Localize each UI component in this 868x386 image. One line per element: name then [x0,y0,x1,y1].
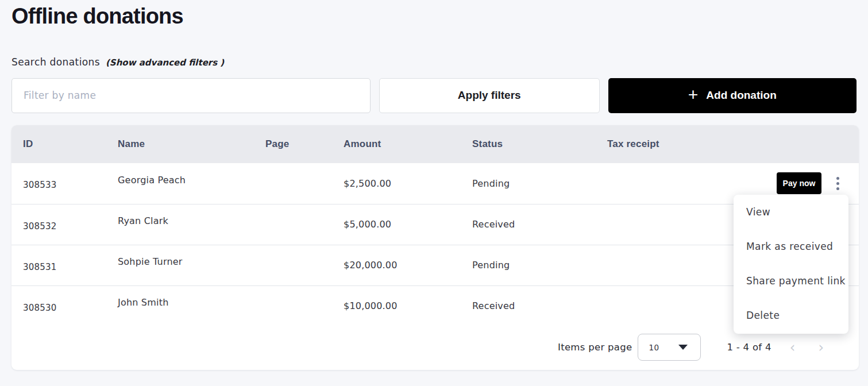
cell-id: 308531 [11,262,106,272]
add-donation-label: Add donation [706,89,776,102]
column-header-name: Name [106,138,254,150]
search-donations-label: Search donations [11,56,100,68]
cell-actions: Pay now [701,172,859,194]
apply-filters-button[interactable]: Apply filters [379,78,600,113]
cell-amount: $10,000.00 [332,300,461,311]
cell-name: Ryan Clark [106,215,254,226]
pay-now-button[interactable]: Pay now [777,172,821,194]
row-context-menu: View Mark as received Share payment link… [734,195,848,334]
cell-name: Georgia Peach [106,175,254,186]
table-footer: Items per page 10 1 - 4 of 4 ‹ › [11,326,859,369]
cell-status: Pending [461,178,596,189]
next-page-icon[interactable]: › [815,341,827,354]
items-per-page-select[interactable]: 10 [638,334,701,361]
table-header-row: ID Name Page Amount Status Tax receipt [11,125,859,163]
add-donation-button[interactable]: + Add donation [608,78,857,113]
menu-item-view[interactable]: View [734,195,848,229]
cell-amount: $20,000.00 [332,260,461,271]
show-advanced-filters-link[interactable]: (Show advanced filters ) [106,57,224,68]
cell-amount: $5,000.00 [332,219,461,230]
cell-id: 308532 [11,221,106,231]
cell-name: John Smith [106,297,254,308]
previous-page-icon[interactable]: ‹ [786,341,799,354]
items-per-page-label: Items per page [558,342,632,353]
column-header-status: Status [461,138,596,150]
cell-id: 308530 [11,303,106,313]
donations-table: ID Name Page Amount Status Tax receipt 3… [11,125,859,370]
column-header-page: Page [254,138,332,150]
column-header-id: ID [11,138,106,150]
column-header-amount: Amount [332,138,461,150]
table-row: 308530 John Smith $10,000.00 Received [11,285,859,326]
menu-item-delete[interactable]: Delete [734,298,848,333]
table-row: 308533 Georgia Peach $2,500.00 Pending P… [11,163,859,204]
cell-amount: $2,500.00 [332,178,461,189]
chevron-down-icon [678,345,688,350]
menu-item-mark-as-received[interactable]: Mark as received [734,229,848,264]
column-header-tax-receipt: Tax receipt [596,138,701,150]
apply-filters-label: Apply filters [458,89,521,102]
table-row: 308531 Sohpie Turner $20,000.00 Pending [11,245,859,285]
cell-status: Pending [461,260,596,271]
cell-id: 308533 [11,180,106,190]
search-label-row: Search donations (Show advanced filters … [11,56,857,68]
table-row: 308532 Ryan Clark $5,000.00 Received [11,204,859,245]
pagination-range-label: 1 - 4 of 4 [727,342,771,353]
page-title: Offline donations [11,5,857,29]
cell-status: Received [461,219,596,230]
filter-bar: Apply filters + Add donation [11,78,857,113]
offline-donations-page: Offline donations Search donations (Show… [0,0,868,370]
menu-item-share-payment-link[interactable]: Share payment link [734,264,848,298]
items-per-page-value: 10 [649,343,659,352]
cell-name: Sohpie Turner [106,256,254,267]
row-overflow-menu-icon[interactable] [834,175,842,192]
filter-by-name-input[interactable] [11,78,371,113]
cell-status: Received [461,300,596,311]
